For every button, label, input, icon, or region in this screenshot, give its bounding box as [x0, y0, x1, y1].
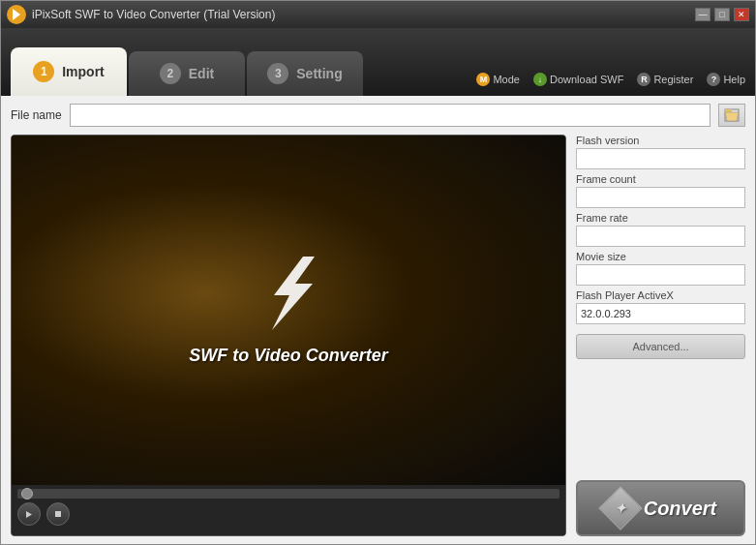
- flash-player-group: Flash Player ActiveX: [576, 289, 745, 324]
- tab-import[interactable]: 1 Import: [11, 47, 127, 96]
- stop-button[interactable]: [46, 502, 70, 526]
- title-bar: iPixSoft SWF to Video Converter (Trial V…: [1, 1, 755, 28]
- tab-setting-label: Setting: [296, 66, 342, 81]
- advanced-button[interactable]: Advanced...: [576, 334, 745, 359]
- close-button[interactable]: ✕: [734, 8, 749, 21]
- progress-bar[interactable]: [17, 489, 559, 499]
- mode-button[interactable]: M Mode: [476, 73, 520, 86]
- frame-count-group: Frame count: [576, 173, 745, 208]
- video-title-text: SWF to Video Converter: [189, 346, 387, 366]
- main-window: iPixSoft SWF to Video Converter (Trial V…: [0, 0, 756, 545]
- movie-size-label: Movie size: [576, 251, 745, 262]
- tab-edit[interactable]: 2 Edit: [129, 51, 245, 96]
- svg-rect-1: [725, 109, 732, 112]
- convert-gem-icon: ✦: [615, 500, 626, 516]
- flash-version-input[interactable]: [576, 148, 745, 169]
- title-bar-left: iPixSoft SWF to Video Converter (Trial V…: [7, 5, 275, 24]
- tab-import-label: Import: [62, 64, 105, 79]
- window-controls: — □ ✕: [695, 8, 749, 21]
- convert-button[interactable]: ✦ Convert: [576, 480, 745, 536]
- help-button[interactable]: ? Help: [707, 73, 745, 86]
- browse-button[interactable]: [718, 104, 745, 127]
- flash-player-input[interactable]: [576, 303, 745, 324]
- flash-logo-icon: [255, 255, 322, 332]
- download-label: Download SWF: [550, 74, 623, 85]
- download-swf-button[interactable]: ↓ Download SWF: [533, 73, 623, 86]
- flash-player-label: Flash Player ActiveX: [576, 289, 745, 301]
- download-icon: ↓: [533, 73, 547, 86]
- play-button[interactable]: [17, 502, 41, 526]
- nav-bar: 1 Import 2 Edit 3 Setting M Mode ↓ Downl…: [1, 28, 755, 96]
- app-logo: [7, 5, 26, 24]
- nav-actions: M Mode ↓ Download SWF R Register ? Help: [476, 73, 745, 96]
- frame-count-label: Frame count: [576, 173, 745, 185]
- tab-import-num: 1: [33, 61, 54, 82]
- advanced-label: Advanced...: [632, 341, 688, 352]
- register-label: Register: [653, 74, 693, 85]
- mode-icon: M: [476, 73, 490, 86]
- file-label: File name: [11, 108, 62, 122]
- register-icon: R: [637, 73, 650, 86]
- frame-rate-group: Frame rate: [576, 212, 745, 247]
- svg-rect-2: [55, 511, 61, 517]
- mode-label: Mode: [493, 74, 520, 85]
- convert-label: Convert: [644, 498, 717, 520]
- window-title: iPixSoft SWF to Video Converter (Trial V…: [32, 8, 275, 21]
- help-label: Help: [723, 74, 745, 85]
- tab-setting[interactable]: 3 Setting: [247, 51, 363, 96]
- content-row: SWF to Video Converter: [11, 135, 745, 536]
- maximize-button[interactable]: □: [714, 8, 730, 21]
- tab-edit-num: 2: [160, 63, 181, 84]
- minimize-button[interactable]: —: [695, 8, 711, 21]
- flash-version-label: Flash version: [576, 135, 745, 146]
- tab-setting-num: 3: [267, 63, 288, 84]
- flash-version-group: Flash version: [576, 135, 745, 169]
- help-icon: ?: [707, 73, 720, 86]
- video-controls: [12, 485, 565, 535]
- frame-rate-label: Frame rate: [576, 212, 745, 224]
- tab-edit-label: Edit: [189, 66, 214, 81]
- movie-size-input[interactable]: [576, 264, 745, 286]
- main-content: File name SWF to Video Converter: [1, 96, 755, 544]
- info-fields: Flash version Frame count Frame rate Mov…: [576, 135, 745, 324]
- video-panel: SWF to Video Converter: [11, 135, 566, 536]
- file-row: File name: [11, 104, 745, 127]
- progress-thumb: [21, 488, 33, 500]
- convert-diamond-icon: ✦: [598, 486, 642, 530]
- movie-size-group: Movie size: [576, 251, 745, 286]
- register-button[interactable]: R Register: [637, 73, 693, 86]
- video-screen: SWF to Video Converter: [12, 136, 565, 485]
- frame-count-input[interactable]: [576, 187, 745, 208]
- file-input[interactable]: [70, 104, 711, 127]
- playback-controls: [17, 502, 559, 526]
- frame-rate-input[interactable]: [576, 226, 745, 247]
- right-panel: Flash version Frame count Frame rate Mov…: [576, 135, 745, 536]
